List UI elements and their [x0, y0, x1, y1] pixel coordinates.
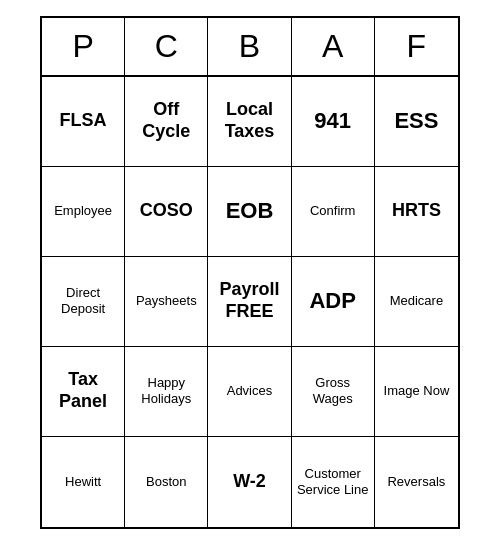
bingo-cell: Image Now	[375, 347, 458, 437]
bingo-cell: Boston	[125, 437, 208, 527]
header-cell: P	[42, 18, 125, 75]
bingo-cell: Local Taxes	[208, 77, 291, 167]
cell-label: Paysheets	[136, 293, 197, 309]
bingo-cell: Paysheets	[125, 257, 208, 347]
header-cell: A	[292, 18, 375, 75]
cell-label: Advices	[227, 383, 273, 399]
cell-label: Image Now	[384, 383, 450, 399]
cell-label: Payroll FREE	[212, 279, 286, 322]
cell-label: 941	[314, 108, 351, 134]
bingo-cell: COSO	[125, 167, 208, 257]
cell-label: Medicare	[390, 293, 443, 309]
bingo-cell: ADP	[292, 257, 375, 347]
bingo-cell: Off Cycle	[125, 77, 208, 167]
bingo-grid: FLSAOff CycleLocal Taxes941ESSEmployeeCO…	[42, 77, 458, 527]
bingo-cell: HRTS	[375, 167, 458, 257]
bingo-cell: Direct Deposit	[42, 257, 125, 347]
cell-label: FLSA	[60, 110, 107, 132]
cell-label: Tax Panel	[46, 369, 120, 412]
cell-label: Happy Holidays	[129, 375, 203, 406]
bingo-cell: Gross Wages	[292, 347, 375, 437]
cell-label: COSO	[140, 200, 193, 222]
header-cell: C	[125, 18, 208, 75]
cell-label: Direct Deposit	[46, 285, 120, 316]
cell-label: W-2	[233, 471, 266, 493]
bingo-cell: EOB	[208, 167, 291, 257]
cell-label: HRTS	[392, 200, 441, 222]
bingo-cell: ESS	[375, 77, 458, 167]
cell-label: ESS	[394, 108, 438, 134]
bingo-cell: Advices	[208, 347, 291, 437]
cell-label: Reversals	[387, 474, 445, 490]
cell-label: EOB	[226, 198, 274, 224]
cell-label: Boston	[146, 474, 186, 490]
bingo-cell: Confirm	[292, 167, 375, 257]
cell-label: Customer Service Line	[296, 466, 370, 497]
cell-label: Off Cycle	[129, 99, 203, 142]
bingo-cell: W-2	[208, 437, 291, 527]
bingo-cell: 941	[292, 77, 375, 167]
bingo-card: PCBAF FLSAOff CycleLocal Taxes941ESSEmpl…	[40, 16, 460, 529]
cell-label: ADP	[309, 288, 355, 314]
bingo-cell: FLSA	[42, 77, 125, 167]
bingo-cell: Payroll FREE	[208, 257, 291, 347]
bingo-cell: Customer Service Line	[292, 437, 375, 527]
bingo-cell: Happy Holidays	[125, 347, 208, 437]
header-cell: B	[208, 18, 291, 75]
bingo-header: PCBAF	[42, 18, 458, 77]
header-cell: F	[375, 18, 458, 75]
bingo-cell: Employee	[42, 167, 125, 257]
cell-label: Gross Wages	[296, 375, 370, 406]
bingo-cell: Medicare	[375, 257, 458, 347]
cell-label: Local Taxes	[212, 99, 286, 142]
cell-label: Hewitt	[65, 474, 101, 490]
bingo-cell: Reversals	[375, 437, 458, 527]
cell-label: Employee	[54, 203, 112, 219]
bingo-cell: Hewitt	[42, 437, 125, 527]
bingo-cell: Tax Panel	[42, 347, 125, 437]
cell-label: Confirm	[310, 203, 356, 219]
